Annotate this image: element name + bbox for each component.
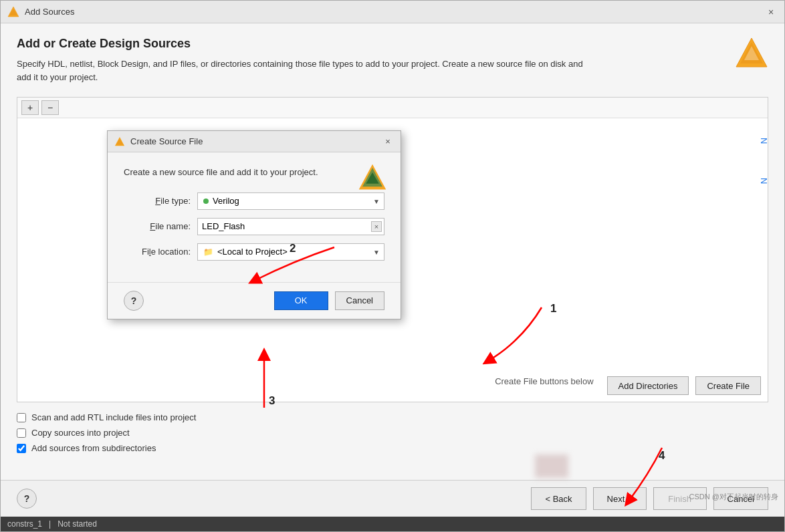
checkboxes-area: Scan and add RTL include files into proj… <box>17 412 768 453</box>
create-source-dialog: Create Source File × Create a new source… <box>107 130 401 319</box>
checkbox-copy[interactable] <box>17 428 26 438</box>
file-name-clear-button[interactable]: × <box>371 221 382 232</box>
file-type-row: File type: Verilog ▼ <box>124 192 384 210</box>
checkbox-copy-label: Copy sources into project <box>31 428 130 438</box>
source-files-toolbar: + − <box>17 98 768 118</box>
create-file-button[interactable]: Create File <box>695 376 761 395</box>
checkbox-rtl[interactable] <box>17 413 26 422</box>
checkbox-subdirs[interactable] <box>17 444 26 453</box>
dialog-help-button[interactable]: ? <box>124 291 144 311</box>
vivado-titlebar-icon <box>7 6 19 18</box>
back-button[interactable]: < Back <box>531 487 586 510</box>
file-location-chevron: ▼ <box>373 248 380 255</box>
file-type-select[interactable]: Verilog ▼ <box>197 192 384 210</box>
page-title: Add or Create Design Sources <box>17 37 768 51</box>
file-name-label: File name: <box>124 221 197 231</box>
dialog-titlebar: Create Source File × <box>108 131 401 152</box>
verilog-dot <box>203 198 209 204</box>
file-location-select[interactable]: 📁 <Local to Project> ▼ <box>197 243 384 261</box>
dialog-cancel-button[interactable]: Cancel <box>335 291 384 310</box>
page-description: Specify HDL, netlist, Block Design, and … <box>17 57 585 84</box>
file-type-value: Verilog <box>213 196 378 206</box>
file-location-label: File location: <box>124 247 197 257</box>
dialog-description: Create a new source file and add it to y… <box>124 166 324 179</box>
file-type-label: File type: <box>124 196 197 206</box>
file-location-row: File location: 📁 <Local to Project> ▼ <box>124 243 384 261</box>
checkbox-row-subdirs[interactable]: Add sources from subdirectories <box>17 443 768 453</box>
dialog-body: Create a new source file and add it to y… <box>108 152 401 282</box>
main-close-button[interactable]: × <box>764 5 778 19</box>
status-right: Not started <box>58 519 97 529</box>
side-label2: N <box>759 178 769 184</box>
hint-text: Create File buttons below <box>495 376 593 395</box>
status-left: constrs_1 <box>7 519 42 529</box>
csdn-watermark: CSDN @对不起当时的转身 <box>689 492 778 502</box>
file-name-input[interactable] <box>197 218 384 235</box>
add-directories-button[interactable]: Add Directories <box>607 376 689 395</box>
status-bar: constrs_1 | Not started <box>1 517 784 531</box>
dialog-title: Create Source File <box>130 136 203 146</box>
dialog-close-button[interactable]: × <box>382 136 394 148</box>
footer-help-button[interactable]: ? <box>17 489 37 509</box>
vivado-logo <box>735 37 768 72</box>
files-content <box>17 118 768 132</box>
file-location-value: <Local to Project> <box>217 247 288 257</box>
side-label: N <box>759 138 769 144</box>
folder-icon: 📁 <box>203 247 213 257</box>
checkbox-row-rtl[interactable]: Scan and add RTL include files into proj… <box>17 412 768 422</box>
window-footer: ? < Back Next > Finish Cancel <box>1 480 784 517</box>
main-window-title: Add Sources <box>25 7 74 17</box>
dialog-ok-button[interactable]: OK <box>274 291 328 310</box>
remove-file-button[interactable]: − <box>41 100 59 115</box>
status-separator: | <box>49 519 51 529</box>
dialog-footer: ? OK Cancel <box>108 282 401 319</box>
main-titlebar: Add Sources × <box>1 1 784 23</box>
next-button[interactable]: Next > <box>593 487 647 510</box>
add-file-button[interactable]: + <box>21 100 39 115</box>
checkbox-rtl-label: Scan and add RTL include files into proj… <box>31 412 196 422</box>
file-name-row: File name: × <box>124 218 384 235</box>
checkbox-subdirs-label: Add sources from subdirectories <box>31 443 156 453</box>
dialog-logo <box>358 163 387 194</box>
dialog-vivado-icon <box>114 136 125 147</box>
file-type-chevron: ▼ <box>373 197 380 205</box>
checkbox-row-copy[interactable]: Copy sources into project <box>17 428 768 438</box>
